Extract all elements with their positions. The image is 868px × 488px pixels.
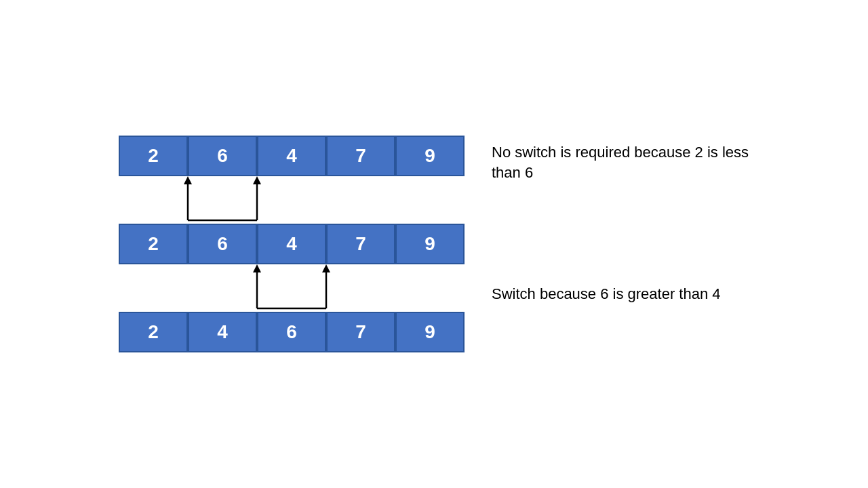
diagram-area: 2 6 4 7 9 xyxy=(119,136,749,352)
cell-2-2: 6 xyxy=(188,224,257,264)
cell-1-2: 6 xyxy=(188,136,257,176)
left-side: 2 6 4 7 9 xyxy=(119,136,465,352)
cell-1-1: 2 xyxy=(119,136,188,176)
svg-marker-9 xyxy=(322,264,330,272)
cell-1-4: 7 xyxy=(326,136,395,176)
cell-2-4: 7 xyxy=(326,224,395,264)
cell-2-5: 9 xyxy=(395,224,465,264)
cell-1-5: 9 xyxy=(395,136,465,176)
arrow-area-2 xyxy=(119,264,465,312)
svg-marker-4 xyxy=(253,176,261,184)
annotation-switch: Switch because 6 is greater than 4 xyxy=(492,284,749,304)
right-side: No switch is required because 2 is less … xyxy=(492,136,749,304)
arrow-svg-1 xyxy=(119,176,465,224)
cell-3-3: 6 xyxy=(257,312,326,352)
cell-3-4: 7 xyxy=(326,312,395,352)
cell-3-1: 2 xyxy=(119,312,188,352)
array-row-1: 2 6 4 7 9 xyxy=(119,136,465,176)
cell-3-2: 4 xyxy=(188,312,257,352)
array-row-3: 2 4 6 7 9 xyxy=(119,312,465,352)
annotation-no-switch: No switch is required because 2 is less … xyxy=(492,142,749,182)
arrow-svg-2 xyxy=(119,264,465,312)
cell-2-3: 4 xyxy=(257,224,326,264)
array-row-2: 2 6 4 7 9 xyxy=(119,224,465,264)
cell-3-5: 9 xyxy=(395,312,465,352)
cell-2-1: 2 xyxy=(119,224,188,264)
arrow-area-1 xyxy=(119,176,465,224)
main-container: 2 6 4 7 9 xyxy=(0,0,868,488)
svg-marker-8 xyxy=(253,264,261,272)
cell-1-3: 4 xyxy=(257,136,326,176)
svg-marker-3 xyxy=(184,176,192,184)
